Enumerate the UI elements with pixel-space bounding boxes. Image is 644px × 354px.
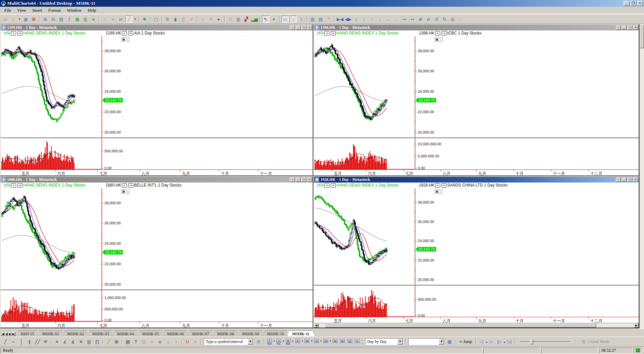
histogram-style-icon[interactable]: ▥: [235, 15, 242, 23]
volume-interval-icon[interactable]: VVOL: [275, 339, 282, 346]
chart-minimize-button[interactable]: _: [296, 178, 301, 182]
jump-button[interactable]: ⇒ Jump: [459, 339, 472, 344]
candles-hollow-icon[interactable]: ▯: [180, 15, 187, 23]
menu-item-view[interactable]: View: [14, 7, 29, 13]
shift-up-icon[interactable]: ↑: [369, 15, 376, 23]
tab-mshk-01[interactable]: MSHK-01: [37, 331, 64, 336]
zoom-lens-icon[interactable]: ◎: [449, 15, 456, 23]
fib-retracement-icon[interactable]: ≡: [53, 338, 61, 345]
chart-window-menu-button[interactable]: ▫: [616, 178, 621, 182]
panel-layout-icon[interactable]: ▥: [309, 15, 316, 23]
tab-mshk-07[interactable]: MSHK-07: [187, 331, 214, 336]
pane-control-icon[interactable]: ▣→: [121, 189, 130, 194]
vertical-line-icon[interactable]: │: [18, 338, 25, 345]
interval-caret-icon[interactable]: ▾: [311, 340, 312, 343]
tab-hsiv15[interactable]: HSIV15: [16, 331, 39, 336]
symbol-dropdown-icon[interactable]: ▼: [122, 31, 127, 36]
tab-mshk-02[interactable]: MSHK-02: [62, 331, 89, 336]
chart-window-titlebar[interactable]: 1299.HK - 1 Day - Metastock ▫ _ □ ×: [1, 25, 313, 30]
interval-caret-icon[interactable]: ▾: [330, 340, 331, 343]
tab-mshk-05[interactable]: MSHK-05: [137, 331, 164, 336]
symbol-dropdown-icon[interactable]: ▼: [435, 183, 440, 188]
chat-bubble-icon[interactable]: “: [325, 15, 332, 23]
insert-symbol-icon[interactable]: ▤: [58, 15, 65, 23]
price-pane[interactable]: [1, 37, 101, 137]
second-interval-icon[interactable]: S: [294, 337, 301, 345]
resolution-value[interactable]: Day by Day: [366, 339, 397, 344]
interval-dropdown-icon[interactable]: I▼: [17, 31, 22, 36]
chart-window-titlebar[interactable]: 1928.HK - 1 Day - Metastock ▫ _ □ ×: [314, 177, 639, 183]
volume-axis[interactable]: 500,000.000.00: [414, 286, 444, 317]
combo-dropdown-icon[interactable]: ▼: [397, 339, 403, 345]
time-axis[interactable]: 五月六月七月八月九月十月十一月十二月: [314, 169, 639, 175]
arrow-up-tool-icon[interactable]: ↑: [172, 338, 180, 345]
horizontal-line-icon[interactable]: ─: [10, 338, 17, 345]
flag-style-icon[interactable]: ▸: [215, 15, 223, 23]
format-study-icon[interactable]: ▥: [82, 15, 89, 23]
arrow-down-tool-icon[interactable]: ↓: [164, 338, 172, 345]
volume-axis[interactable]: 10,000,000.005,000,000.000.00: [414, 138, 444, 169]
volume-pane[interactable]: [314, 138, 414, 169]
menu-item-help[interactable]: Help: [85, 7, 99, 13]
playback-caret-icon[interactable]: ▾: [504, 341, 505, 344]
zoom-in-icon[interactable]: ⊕: [417, 15, 424, 23]
chart-window-menu-button[interactable]: ▫: [290, 25, 295, 30]
compress-bars-icon[interactable]: ▶◀: [336, 15, 344, 23]
tabs-first-button[interactable]: |◀: [1, 332, 4, 336]
strategy-settings-icon[interactable]: ✱: [141, 15, 148, 23]
month-interval-icon[interactable]: M: [339, 337, 346, 345]
block-style-icon[interactable]: ▞: [243, 15, 250, 23]
tab-mshk-06[interactable]: MSHK-06: [162, 331, 189, 336]
volume-axis[interactable]: 1,000,000.00500,000.000.00: [101, 290, 131, 322]
volume-pane[interactable]: [1, 138, 101, 169]
expand-bars-icon[interactable]: ◀▶: [344, 15, 352, 23]
shift-down-icon[interactable]: ↓: [377, 15, 384, 23]
menu-item-format[interactable]: Format: [45, 7, 64, 13]
interval-dropdown-icon[interactable]: I▼: [331, 31, 336, 36]
symbol-dropdown-icon[interactable]: ▼: [324, 183, 329, 188]
volume-style-icon[interactable]: ▂▅: [251, 15, 258, 23]
chart-window-titlebar[interactable]: 1398.HK - 1 Day - Metastock ▫ _ □ ×: [314, 25, 639, 30]
chart-maximize-button[interactable]: □: [301, 178, 306, 182]
interval-caret-icon[interactable]: ▾: [302, 340, 303, 343]
symbol-dropdown-icon[interactable]: ▼: [122, 183, 127, 188]
chart-window-menu-button[interactable]: ▫: [616, 25, 621, 30]
insert-function-icon[interactable]: ƒ: [66, 15, 73, 23]
combo-dropdown-icon[interactable]: ▼: [248, 339, 253, 345]
symbol-dropdown-icon[interactable]: ▼: [11, 183, 16, 188]
tab-mshk-11[interactable]: MSHK-11: [287, 331, 315, 336]
order-combo[interactable]: ▼: [408, 338, 445, 345]
menu-item-file[interactable]: File: [1, 7, 14, 13]
pan-hand-icon[interactable]: ◇: [457, 15, 464, 23]
time-extension-icon[interactable]: ∏: [93, 338, 101, 345]
tab-mshk-10[interactable]: MSHK-10: [262, 331, 289, 336]
price-pane[interactable]: [314, 189, 414, 285]
playback-to-end-button[interactable]: ▷|: [506, 338, 513, 345]
menu-item-insert[interactable]: Insert: [29, 7, 46, 13]
interval-dropdown-icon[interactable]: I▼: [441, 31, 447, 36]
swap-tool-icon[interactable]: ⇄: [117, 15, 125, 23]
slider-thumb[interactable]: [530, 339, 533, 344]
day-interval-icon[interactable]: 12: [322, 337, 329, 345]
trendline-icon[interactable]: ╱: [2, 338, 9, 345]
compress-vertical-icon[interactable]: ↨: [352, 15, 360, 23]
chart-horizontal-scrollbar[interactable]: ◀ ▶: [314, 323, 639, 328]
symbol-interval-combo[interactable]: Type a symbol/interval ▼: [204, 338, 253, 345]
apply-symbol-icon[interactable]: ▦: [446, 338, 453, 345]
volume-axis[interactable]: 500,000.000.00: [101, 138, 131, 169]
close-desktop-icon[interactable]: ⊠: [30, 15, 37, 23]
interval-dropdown-icon[interactable]: I▼: [331, 183, 336, 188]
interval-caret-icon[interactable]: ▾: [292, 340, 294, 343]
chart-close-button[interactable]: ×: [633, 178, 638, 182]
gann-fan-icon[interactable]: ✕: [77, 338, 85, 345]
chart-close-button[interactable]: ×: [307, 178, 312, 182]
price-pane[interactable]: [314, 37, 414, 137]
playback-play-button[interactable]: ▷: [488, 338, 495, 345]
tab-mshk-03[interactable]: MSHK-03: [87, 331, 114, 336]
tabs-last-button[interactable]: ▶|: [12, 332, 15, 336]
scroll-right-icon[interactable]: ▶: [634, 323, 639, 328]
brush-icon[interactable]: ╱: [105, 338, 112, 345]
redo-zoom-icon[interactable]: ↻: [441, 15, 448, 23]
undo-zoom-icon[interactable]: ↺: [433, 15, 440, 23]
minute-interval-icon[interactable]: M: [304, 337, 310, 345]
